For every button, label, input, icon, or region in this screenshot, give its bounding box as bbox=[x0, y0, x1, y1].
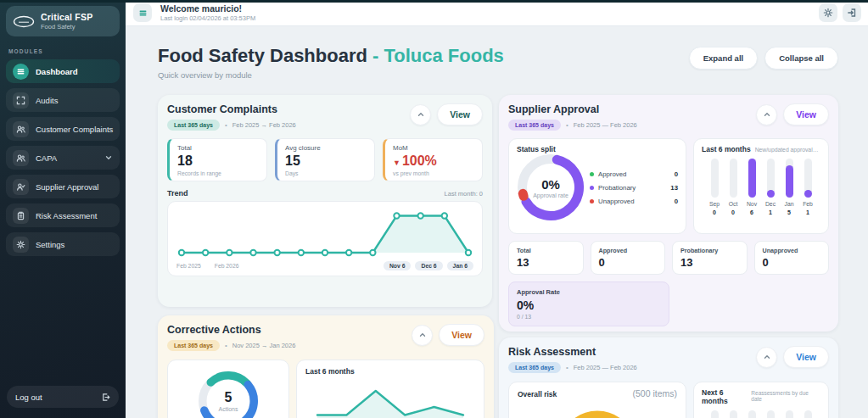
status-legend: Approved 0 Probationary 13 Unapproved 0 bbox=[590, 170, 678, 205]
bar: Jan5 bbox=[780, 159, 798, 215]
items-count: (500 items) bbox=[632, 388, 677, 398]
sidebar: Critical FSP Food Safety MODULES Dashboa… bbox=[0, 0, 126, 418]
date-range: Nov 2025 → Jan 2026 bbox=[232, 342, 296, 349]
trend-line-chart bbox=[170, 205, 480, 261]
legend-value: 0 bbox=[675, 170, 678, 178]
bar: Oct0 bbox=[724, 159, 742, 215]
data-point-pill: Nov 6 bbox=[384, 261, 412, 270]
settings-button[interactable] bbox=[819, 3, 837, 22]
panel-title: Overall risk bbox=[518, 390, 557, 398]
sidebar-item-settings[interactable]: Settings bbox=[6, 232, 120, 256]
collapse-card-button[interactable] bbox=[412, 325, 433, 346]
expand-icon bbox=[13, 92, 29, 109]
bar bbox=[798, 410, 817, 418]
panel-title: Last 6 months bbox=[305, 367, 475, 376]
legend-dot bbox=[590, 172, 594, 176]
gear-icon bbox=[13, 237, 29, 253]
stat-label: Unapproved bbox=[763, 247, 821, 254]
view-button[interactable]: View bbox=[783, 103, 829, 125]
stat-label: Avg closure bbox=[285, 144, 367, 152]
bar bbox=[724, 410, 742, 418]
page-title: Food Safety Dashboard - Toluca Foods bbox=[158, 45, 504, 67]
trend-chart-panel: Feb 2025 Feb 2026 Nov 6 Dec 6 Jan 6 bbox=[167, 201, 483, 276]
bar: Feb1 bbox=[798, 159, 817, 215]
signout-icon bbox=[101, 393, 110, 402]
people-icon bbox=[13, 121, 29, 137]
bar: Dec1 bbox=[761, 159, 780, 215]
logout-button[interactable]: Log out bbox=[7, 386, 119, 408]
stat-avg-closure: Avg closure 15 Days bbox=[275, 138, 375, 181]
collapse-card-button[interactable] bbox=[756, 347, 777, 368]
main-content: Food Safety Dashboard - Toluca Foods Qui… bbox=[126, 26, 868, 418]
sidebar-item-capa[interactable]: CAPA bbox=[6, 146, 120, 170]
legend-item-approved: Approved 0 bbox=[590, 170, 678, 178]
range-badge: Last 365 days bbox=[167, 120, 220, 131]
person-check-icon bbox=[13, 179, 29, 195]
bar bbox=[761, 410, 780, 418]
supplier-approval-card: Supplier Approval Last 365 days • Feb 20… bbox=[499, 95, 838, 332]
date-range: Feb 2025 — Feb 2026 bbox=[574, 364, 637, 371]
data-point-pill: Dec 6 bbox=[415, 261, 442, 270]
sidebar-item-audits[interactable]: Audits bbox=[6, 88, 120, 112]
view-button[interactable]: View bbox=[783, 346, 829, 368]
clipboard-icon bbox=[13, 208, 29, 224]
actions-trend-panel: Last 6 months bbox=[296, 359, 484, 418]
donut-center-value: 5 bbox=[225, 390, 232, 405]
stat-probationary: Probationary 13 bbox=[672, 241, 748, 275]
legend-label: Approved bbox=[598, 170, 626, 178]
range-badge: Last 365 days bbox=[167, 340, 220, 351]
sidebar-item-label: Dashboard bbox=[36, 67, 78, 76]
view-button[interactable]: View bbox=[437, 103, 483, 125]
sidebar-item-dashboard[interactable]: Dashboard bbox=[6, 59, 120, 83]
sidebar-item-risk-assessment[interactable]: Risk Assessment bbox=[6, 203, 120, 227]
stat-value: 13 bbox=[517, 256, 575, 269]
stat-caption: Days bbox=[285, 170, 367, 176]
sidebar-item-label: Supplier Approval bbox=[36, 182, 98, 192]
window-top-edge bbox=[0, 0, 868, 3]
sidebar-item-supplier-approval[interactable]: Supplier Approval bbox=[6, 175, 120, 198]
expand-all-button[interactable]: Expand all bbox=[689, 47, 759, 70]
stat-approved: Approved 0 bbox=[591, 241, 666, 275]
stat-label: Total bbox=[177, 144, 260, 152]
collapse-card-button[interactable] bbox=[410, 104, 431, 125]
chevron-up-icon bbox=[418, 331, 427, 339]
sidebar-item-label: CAPA bbox=[36, 153, 57, 163]
donut-center-value: 0% bbox=[541, 177, 560, 192]
bar bbox=[742, 410, 761, 418]
legend-label: Probationary bbox=[598, 184, 636, 192]
monthly-approvals-panel: Last 6 months New/updated approvals by c… bbox=[693, 138, 829, 234]
modules-section-label: MODULES bbox=[8, 48, 126, 54]
brand-oval-icon bbox=[13, 15, 35, 28]
signout-icon bbox=[847, 8, 857, 18]
stat-unapproved: Unapproved 0 bbox=[754, 241, 830, 275]
actions-line-chart bbox=[305, 381, 475, 418]
stat-value: 13 bbox=[680, 256, 739, 269]
stat-caption: vs prev month bbox=[393, 170, 475, 176]
gear-icon bbox=[823, 8, 833, 18]
date-range: Feb 2025 → Feb 2026 bbox=[232, 121, 296, 129]
stat-total: Total 13 bbox=[508, 241, 584, 275]
stat-label: MoM bbox=[393, 144, 475, 152]
app-logo: Critical FSP Food Safety bbox=[6, 6, 120, 36]
stat-value: 0 bbox=[599, 256, 658, 269]
legend-item-probationary: Probationary 13 bbox=[590, 184, 678, 192]
sidebar-toggle-button[interactable] bbox=[133, 3, 152, 22]
page-title-accent: - Toluca Foods bbox=[372, 45, 504, 66]
last-login-text: Last login 02/04/2026 at 03:53PM bbox=[160, 14, 255, 22]
stat-label: Total bbox=[517, 247, 575, 254]
collapse-all-button[interactable]: Collapse all bbox=[764, 47, 838, 70]
dot-separator: • bbox=[225, 121, 227, 129]
legend-label: Unapproved bbox=[598, 198, 634, 205]
view-button[interactable]: View bbox=[439, 324, 484, 346]
sidebar-item-customer-complaints[interactable]: Customer Complaints bbox=[6, 117, 120, 141]
stat-label: Probationary bbox=[680, 247, 739, 254]
signout-button[interactable] bbox=[843, 3, 861, 22]
collapse-card-button[interactable] bbox=[756, 104, 777, 125]
legend-value: 13 bbox=[670, 184, 678, 192]
date-range: Feb 2025 — Feb 2026 bbox=[574, 121, 637, 129]
legend-item-unapproved: Unapproved 0 bbox=[590, 198, 678, 205]
stat-value: ▼100% bbox=[393, 153, 475, 169]
hamburger-icon bbox=[138, 8, 148, 18]
sidebar-nav: Dashboard Audits Customer Complaints CAP… bbox=[0, 59, 126, 256]
trend-label: Trend bbox=[167, 189, 188, 198]
